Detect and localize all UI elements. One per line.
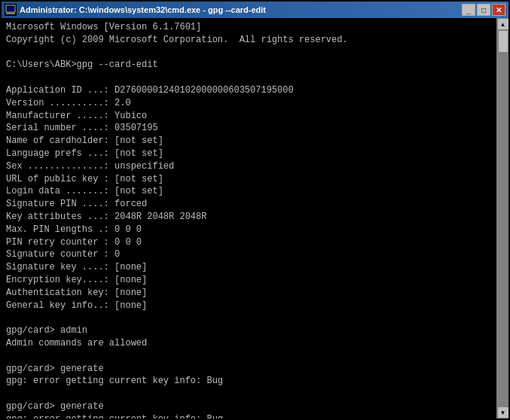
terminal-line: URL of public key : [not set] bbox=[6, 173, 493, 186]
terminal-line: Admin commands are allowed bbox=[6, 337, 493, 350]
terminal-line bbox=[6, 388, 493, 400]
scroll-track[interactable] bbox=[497, 30, 508, 406]
terminal-line bbox=[6, 47, 493, 59]
terminal-line: Name of cardholder: [not set] bbox=[6, 135, 493, 148]
terminal-line: Microsoft Windows [Version 6.1.7601] bbox=[6, 21, 493, 34]
terminal-line bbox=[6, 312, 493, 324]
terminal-line: Version ..........: 2.0 bbox=[6, 97, 493, 110]
terminal-line: Language prefs ...: [not set] bbox=[6, 148, 493, 160]
terminal-line: Authentication key: [none] bbox=[6, 287, 493, 300]
terminal-line: gpg/card> admin bbox=[6, 324, 493, 337]
terminal-line: gpg: error getting current key info: Bug bbox=[6, 375, 493, 388]
terminal-line: gpg/card> generate bbox=[6, 400, 493, 413]
terminal-line: C:\Users\ABK>gpg --card-edit bbox=[6, 59, 493, 72]
terminal-line: Encryption key....: [none] bbox=[6, 274, 493, 287]
terminal-line: Manufacturer .....: Yubico bbox=[6, 110, 493, 123]
window-icon bbox=[5, 4, 17, 16]
window-controls: _ □ ✕ bbox=[462, 4, 505, 16]
close-button[interactable]: ✕ bbox=[492, 4, 505, 16]
terminal-output[interactable]: Microsoft Windows [Version 6.1.7601]Copy… bbox=[2, 18, 496, 418]
terminal-line: PIN retry counter : 0 0 0 bbox=[6, 236, 493, 249]
svg-rect-1 bbox=[8, 7, 14, 11]
terminal-line: General key info..: [none] bbox=[6, 300, 493, 312]
terminal-line: Serial number ....: 03507195 bbox=[6, 122, 493, 135]
terminal-line: Key attributes ...: 2048R 2048R 2048R bbox=[6, 211, 493, 224]
terminal-line: Copyright (c) 2009 Microsoft Corporation… bbox=[6, 34, 493, 47]
title-bar: Administrator: C:\windows\system32\cmd.e… bbox=[2, 2, 508, 18]
svg-rect-2 bbox=[6, 13, 15, 14]
terminal-line: Signature key ....: [none] bbox=[6, 261, 493, 274]
terminal-line bbox=[6, 350, 493, 363]
terminal-line: Login data .......: [not set] bbox=[6, 185, 493, 198]
terminal-line: Application ID ...: D2760000124010200000… bbox=[6, 84, 493, 97]
terminal-line: Max. PIN lengths .: 0 0 0 bbox=[6, 224, 493, 236]
terminal-line: gpg/card> generate bbox=[6, 363, 493, 376]
window-title: Administrator: C:\windows\system32\cmd.e… bbox=[20, 5, 462, 14]
terminal-line: Signature PIN ....: forced bbox=[6, 198, 493, 211]
minimize-button[interactable]: _ bbox=[462, 4, 475, 16]
terminal-line bbox=[6, 72, 493, 84]
scroll-up-button[interactable]: ▲ bbox=[497, 18, 509, 30]
scrollbar: ▲ ▼ bbox=[496, 18, 508, 418]
terminal-line: Signature counter : 0 bbox=[6, 248, 493, 261]
maximize-button[interactable]: □ bbox=[477, 4, 490, 16]
scroll-down-button[interactable]: ▼ bbox=[497, 406, 509, 418]
terminal-container: Microsoft Windows [Version 6.1.7601]Copy… bbox=[2, 18, 508, 418]
terminal-line: Sex ..............: unspecified bbox=[6, 160, 493, 173]
terminal-line: gpg: error getting current key info: Bug bbox=[6, 413, 493, 418]
cmd-window: Administrator: C:\windows\system32\cmd.e… bbox=[0, 0, 510, 420]
scroll-thumb[interactable] bbox=[498, 30, 508, 53]
